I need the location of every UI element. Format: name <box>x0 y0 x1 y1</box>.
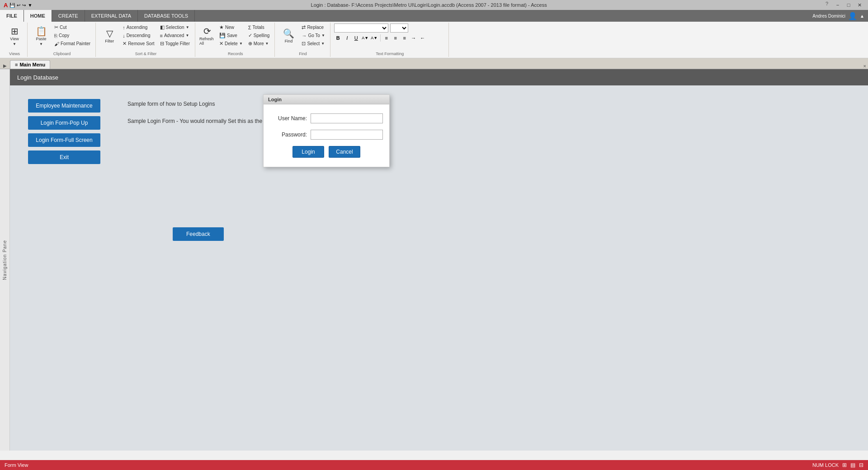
filter-icon: ▽ <box>106 29 113 38</box>
outdent-button[interactable]: ← <box>419 34 427 42</box>
login-cancel-button[interactable]: Cancel <box>329 146 360 158</box>
login-form-popup-button[interactable]: Login Form-Pop Up <box>28 116 100 130</box>
find-button[interactable]: 🔍 Find <box>278 24 298 49</box>
db-header: Login Database <box>10 69 868 85</box>
status-icon-1[interactable]: ⊞ <box>842 462 847 468</box>
replace-button[interactable]: ⇄ Replace <box>299 24 327 31</box>
close-button[interactable]: ✕ <box>854 1 864 9</box>
view-dropdown-arrow: ▼ <box>13 42 16 46</box>
password-input[interactable] <box>311 130 383 140</box>
go-to-icon: → <box>302 33 307 38</box>
ribbon: FILE HOME CREATE EXTERNAL DATA DATABASE … <box>0 10 868 58</box>
quick-more-icon[interactable]: ▼ <box>28 3 32 8</box>
login-submit-button[interactable]: Login <box>292 146 324 158</box>
find-label: Find <box>276 52 330 56</box>
descending-button[interactable]: ↓ Descending <box>120 32 156 39</box>
status-right: NUM LOCK ⊞ ▤ ⊟ <box>812 462 863 468</box>
size-selector[interactable] <box>390 24 408 33</box>
filter-button[interactable]: ▽ Filter <box>99 24 119 49</box>
align-right-button[interactable]: ≡ <box>401 34 409 42</box>
selection-arrow: ▼ <box>186 25 189 29</box>
status-icon-2[interactable]: ▤ <box>850 462 855 468</box>
status-bar: Form View NUM LOCK ⊞ ▤ ⊟ <box>0 460 868 470</box>
tab-home[interactable]: HOME <box>24 10 52 22</box>
remove-sort-button[interactable]: ✕ Remove Sort <box>120 40 156 47</box>
status-icon-3[interactable]: ⊟ <box>859 462 863 468</box>
restore-button[interactable]: □ <box>844 1 854 9</box>
more-arrow: ▼ <box>265 42 269 46</box>
align-center-button[interactable]: ≡ <box>392 34 400 42</box>
replace-icon: ⇄ <box>302 24 306 30</box>
underline-button[interactable]: U <box>352 34 360 42</box>
doc-tab-main-menu[interactable]: ≡ Main Menu <box>10 60 50 69</box>
tab-database-tools[interactable]: DATABASE TOOLS <box>138 10 195 22</box>
username-input[interactable] <box>311 113 383 123</box>
refresh-all-button[interactable]: ⟳ Refresh All <box>199 24 216 49</box>
nav-pane-toggle[interactable]: ▶ <box>2 62 8 69</box>
font-selector[interactable] <box>334 24 388 33</box>
italic-button[interactable]: I <box>343 34 351 42</box>
tab-create[interactable]: CREATE <box>52 10 85 22</box>
ribbon-group-views: ⊞ View ▼ Views <box>2 23 28 57</box>
highlight-button[interactable]: A▼ <box>361 34 369 42</box>
title-bar: A 💾 ↩ ↪ ▼ Login : Database- F:\Access Pr… <box>0 0 868 10</box>
db-header-title: Login Database <box>17 74 58 81</box>
align-left-button[interactable]: ≡ <box>382 34 391 42</box>
user-name: Andres Dominici <box>812 14 845 19</box>
nav-pane-label: Navigation Pane <box>2 240 7 280</box>
save-button[interactable]: 💾 Save <box>217 32 245 39</box>
toggle-filter-icon: ⊟ <box>160 41 164 47</box>
quick-save-icon[interactable]: 💾 <box>9 3 15 8</box>
copy-icon: ⎘ <box>54 33 57 38</box>
view-icon: ⊞ <box>11 27 19 36</box>
delete-arrow: ▼ <box>239 42 243 46</box>
toggle-filter-button[interactable]: ⊟ Toggle Filter <box>158 40 192 47</box>
password-label: Password: <box>271 132 307 138</box>
ribbon-tab-bar: FILE HOME CREATE EXTERNAL DATA DATABASE … <box>0 10 868 22</box>
format-painter-icon: 🖌 <box>54 41 59 47</box>
format-painter-button[interactable]: 🖌 Format Painter <box>52 40 93 47</box>
indent-button[interactable]: → <box>410 34 418 42</box>
feedback-button[interactable]: Feedback <box>173 227 224 241</box>
help-icon[interactable]: ? <box>826 1 828 9</box>
exit-button[interactable]: Exit <box>28 150 100 164</box>
new-button[interactable]: ★ New <box>217 24 245 31</box>
main-layout: Navigation Pane Login Database Employee … <box>0 69 868 451</box>
form-buttons: Employee Maintenance Login Form-Pop Up L… <box>28 99 100 164</box>
close-all-button[interactable]: × <box>863 63 866 69</box>
select-button[interactable]: ⊡ Select ▼ <box>299 40 327 47</box>
cut-button[interactable]: ✂ Cut <box>52 24 93 31</box>
selection-button[interactable]: ◧ Selection ▼ <box>158 24 192 31</box>
feedback-area: Feedback <box>173 227 224 241</box>
ribbon-collapse-icon[interactable]: ▲ <box>860 14 864 19</box>
paste-dropdown-arrow: ▼ <box>39 42 43 46</box>
refresh-icon: ⟳ <box>203 27 211 36</box>
remove-sort-icon: ✕ <box>123 41 127 47</box>
ribbon-group-records: ⟳ Refresh All ★ New 💾 Save ✕ Delete <box>196 23 275 57</box>
login-dialog-buttons: Login Cancel <box>271 146 382 158</box>
delete-button[interactable]: ✕ Delete ▼ <box>217 40 245 47</box>
bold-button[interactable]: B <box>334 34 342 42</box>
employee-maintenance-button[interactable]: Employee Maintenance <box>28 99 100 113</box>
quick-undo-icon[interactable]: ↩ <box>17 3 20 8</box>
tab-file[interactable]: FILE <box>0 10 24 22</box>
totals-button[interactable]: Σ Totals <box>246 24 272 31</box>
font-row <box>334 24 427 33</box>
password-row: Password: <box>271 130 382 140</box>
go-to-button[interactable]: → Go To ▼ <box>299 32 327 39</box>
quick-redo-icon[interactable]: ↪ <box>22 3 26 8</box>
advanced-button[interactable]: ≡ Advanced ▼ <box>158 32 192 39</box>
ascending-button[interactable]: ↑ Ascending <box>120 24 156 31</box>
spelling-button[interactable]: ✓ Spelling <box>246 32 272 39</box>
paste-button[interactable]: 📋 Paste ▼ <box>31 24 51 49</box>
title-bar-left: A 💾 ↩ ↪ ▼ <box>4 2 32 9</box>
sort-buttons: ↑ Ascending ↓ Descending ✕ Remove Sort <box>120 24 156 47</box>
login-form-fullscreen-button[interactable]: Login Form-Full Screen <box>28 133 100 147</box>
tab-external-data[interactable]: EXTERNAL DATA <box>85 10 138 22</box>
minimize-button[interactable]: − <box>833 1 843 9</box>
doc-tab-icon: ≡ <box>15 62 18 67</box>
more-button[interactable]: ⊕ More ▼ <box>246 40 272 47</box>
copy-button[interactable]: ⎘ Copy <box>52 32 93 39</box>
view-button[interactable]: ⊞ View ▼ <box>5 24 24 49</box>
font-color-button[interactable]: A▼ <box>370 34 378 42</box>
